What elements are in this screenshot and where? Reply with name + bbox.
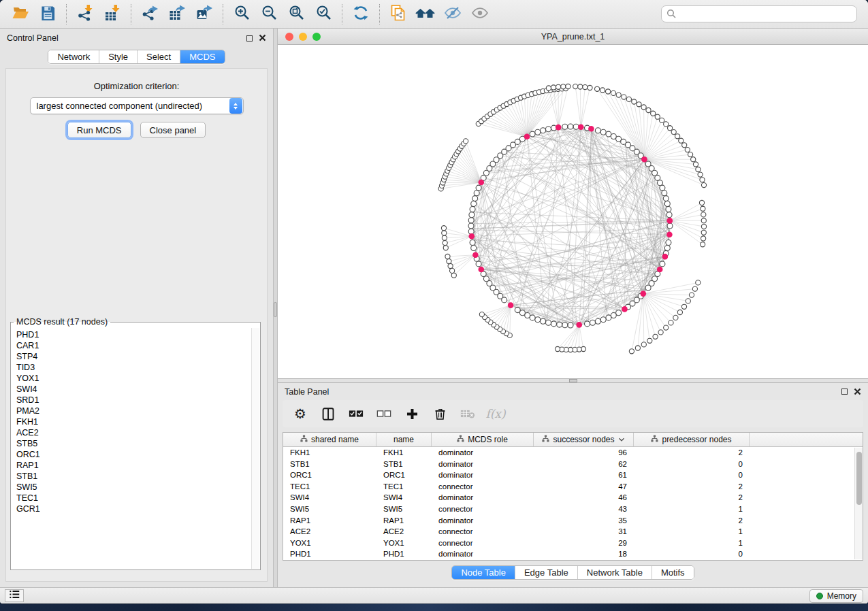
vertical-splitter[interactable] bbox=[273, 29, 278, 587]
mcds-node[interactable] bbox=[666, 231, 673, 237]
graph-node[interactable] bbox=[470, 240, 475, 246]
memory-button[interactable]: Memory bbox=[809, 589, 863, 603]
mcds-result-item[interactable]: ACE2 bbox=[16, 427, 251, 438]
graph-node[interactable] bbox=[653, 334, 658, 339]
mcds-node[interactable] bbox=[556, 125, 562, 131]
graph-node[interactable] bbox=[470, 207, 475, 212]
graph-node[interactable] bbox=[588, 85, 592, 90]
graph-node[interactable] bbox=[611, 90, 615, 95]
float-icon[interactable] bbox=[246, 35, 253, 42]
mcds-node[interactable] bbox=[469, 233, 475, 240]
graph-node[interactable] bbox=[616, 93, 621, 97]
graph-node[interactable] bbox=[660, 185, 665, 191]
graph-node[interactable] bbox=[546, 320, 551, 325]
mcds-node[interactable] bbox=[524, 134, 530, 140]
graph-node[interactable] bbox=[635, 346, 640, 350]
network-canvas[interactable] bbox=[278, 45, 868, 378]
graph-node[interactable] bbox=[692, 286, 697, 291]
graph-node[interactable] bbox=[691, 157, 696, 162]
refresh-button[interactable] bbox=[347, 3, 374, 26]
mcds-result-item[interactable]: YOX1 bbox=[16, 373, 251, 384]
graph-node[interactable] bbox=[645, 285, 651, 291]
graph-node[interactable] bbox=[668, 126, 673, 131]
mcds-node[interactable] bbox=[508, 302, 514, 308]
graph-node[interactable] bbox=[677, 310, 682, 314]
table-row[interactable]: FKH1FKH1dominator962 bbox=[283, 447, 863, 459]
graph-node[interactable] bbox=[669, 320, 673, 325]
mcds-node[interactable] bbox=[479, 267, 485, 273]
zoom-in-button[interactable] bbox=[228, 3, 255, 26]
graph-node[interactable] bbox=[666, 212, 672, 218]
mcds-node[interactable] bbox=[576, 322, 582, 328]
table-row[interactable]: SWI4SWI4dominator462 bbox=[283, 492, 863, 503]
column-header-shared-name[interactable]: shared name bbox=[283, 433, 376, 446]
graph-node[interactable] bbox=[595, 128, 600, 133]
graph-node[interactable] bbox=[666, 240, 671, 246]
graph-node[interactable] bbox=[655, 114, 660, 119]
graph-node[interactable] bbox=[682, 143, 687, 148]
graph-node[interactable] bbox=[647, 338, 652, 343]
float-icon[interactable] bbox=[841, 389, 848, 395]
graph-node[interactable] bbox=[701, 183, 706, 188]
graph-node[interactable] bbox=[637, 102, 641, 107]
mcds-node[interactable] bbox=[479, 180, 485, 186]
graph-node[interactable] bbox=[696, 280, 701, 285]
graph-node[interactable] bbox=[632, 99, 637, 104]
graph-node[interactable] bbox=[701, 242, 705, 247]
graph-node[interactable] bbox=[622, 95, 626, 99]
run-mcds-button[interactable]: Run MCDS bbox=[67, 122, 131, 138]
mcds-node[interactable] bbox=[472, 252, 479, 258]
delete-column-icon[interactable] bbox=[432, 406, 448, 422]
graph-node[interactable] bbox=[664, 122, 669, 127]
graph-node[interactable] bbox=[562, 323, 568, 328]
graph-node[interactable] bbox=[568, 323, 573, 328]
mcds-result-item[interactable]: SWI5 bbox=[16, 482, 251, 493]
mcds-result-item[interactable]: FKH1 bbox=[16, 416, 251, 427]
graph-node[interactable] bbox=[701, 236, 706, 241]
mcds-node[interactable] bbox=[622, 306, 628, 312]
graph-node[interactable] bbox=[573, 124, 579, 129]
export-network-button[interactable] bbox=[136, 3, 163, 26]
graph-node[interactable] bbox=[551, 321, 557, 327]
mcds-node[interactable] bbox=[588, 126, 594, 132]
graph-node[interactable] bbox=[471, 201, 477, 207]
tab-edge-table[interactable]: Edge Table bbox=[515, 566, 578, 579]
graph-node[interactable] bbox=[689, 293, 694, 297]
zoom-selected-button[interactable] bbox=[310, 3, 337, 26]
graph-node[interactable] bbox=[561, 84, 566, 89]
show-all-button[interactable] bbox=[466, 3, 494, 26]
save-session-button[interactable] bbox=[34, 3, 61, 26]
graph-node[interactable] bbox=[662, 191, 667, 196]
graph-node[interactable] bbox=[595, 318, 600, 324]
graph-node[interactable] bbox=[606, 89, 611, 94]
mcds-result-item[interactable]: RAP1 bbox=[16, 460, 251, 471]
close-panel-button[interactable]: Close panel bbox=[140, 122, 206, 138]
graph-node[interactable] bbox=[696, 167, 701, 171]
criterion-dropdown[interactable]: largest connected component (undirected) bbox=[30, 97, 244, 114]
graph-node[interactable] bbox=[600, 88, 605, 93]
graph-node[interactable] bbox=[663, 196, 669, 201]
graph-node[interactable] bbox=[447, 259, 451, 263]
mcds-result-item[interactable]: PHD1 bbox=[16, 329, 251, 340]
graph-node[interactable] bbox=[646, 108, 651, 112]
graph-node[interactable] bbox=[443, 246, 448, 250]
column-visibility-icon[interactable] bbox=[320, 406, 336, 422]
graph-node[interactable] bbox=[660, 118, 664, 122]
graph-node[interactable] bbox=[557, 322, 562, 327]
graph-node[interactable] bbox=[600, 317, 606, 323]
export-image-button[interactable] bbox=[191, 3, 218, 26]
graph-node[interactable] bbox=[666, 207, 671, 212]
graph-node[interactable] bbox=[671, 130, 676, 135]
delete-table-icon[interactable] bbox=[460, 406, 476, 422]
graph-node[interactable] bbox=[626, 97, 631, 101]
mcds-list-scrollbar[interactable] bbox=[251, 328, 259, 569]
graph-node[interactable] bbox=[701, 224, 706, 229]
task-history-button[interactable] bbox=[5, 589, 24, 602]
graph-node[interactable] bbox=[443, 241, 447, 246]
mcds-result-item[interactable]: SRD1 bbox=[16, 395, 251, 406]
graph-node[interactable] bbox=[441, 226, 446, 231]
settings-gear-icon[interactable]: ⚙ bbox=[292, 406, 308, 422]
hide-selected-button[interactable] bbox=[439, 3, 466, 26]
column-header-mcds-role[interactable]: MCDS role bbox=[432, 433, 534, 446]
graph-node[interactable] bbox=[541, 128, 546, 133]
